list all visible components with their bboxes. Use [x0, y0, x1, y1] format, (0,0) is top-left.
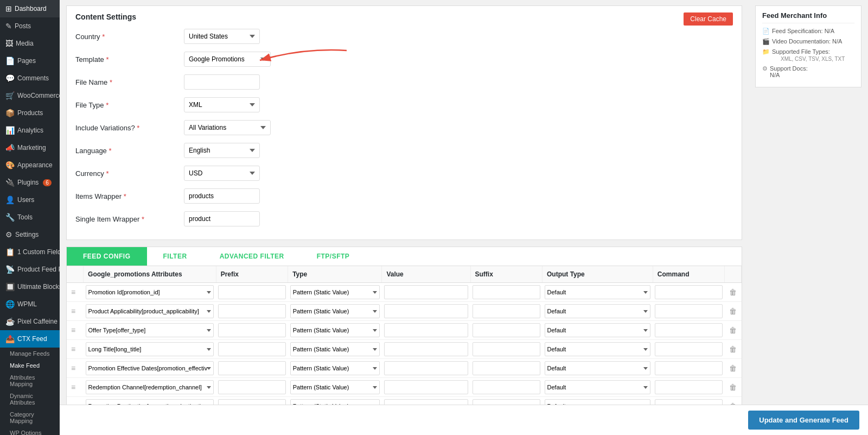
attribute-select-2[interactable]: Offer Type[offer_type]	[86, 323, 214, 337]
output-type-select-2[interactable]: Default	[545, 323, 651, 337]
submenu-manage-feeds[interactable]: Manage Feeds	[0, 348, 60, 360]
suffix-input-1[interactable]	[473, 304, 540, 318]
sidebar-item-dashboard[interactable]: ⊞ Dashboard	[0, 0, 60, 17]
tab-ftp-sftp[interactable]: FTP/SFTP	[301, 247, 366, 266]
include-variations-select[interactable]: All VariationsNoneParent Only	[184, 120, 271, 135]
prefix-input-3[interactable]	[218, 342, 286, 356]
sidebar-item-wpml[interactable]: 🌐 WPML	[0, 295, 60, 313]
drag-handle-2[interactable]: ≡	[69, 326, 78, 335]
command-input-1[interactable]	[655, 304, 723, 318]
submenu-category-mapping[interactable]: Category Mapping	[0, 408, 60, 427]
delete-row-button-1[interactable]: 🗑	[727, 306, 739, 317]
items-wrapper-input[interactable]	[184, 188, 260, 204]
attribute-select-1[interactable]: Product Applicability[product_applicabil…	[86, 304, 214, 318]
drag-handle-3[interactable]: ≡	[69, 345, 78, 354]
language-select[interactable]: EnglishFrenchGerman	[184, 143, 260, 158]
sidebar-item-comments[interactable]: 💬 Comments	[0, 70, 60, 87]
sidebar-item-ultimate-blocks[interactable]: 🔲 Ultimate Blocks	[0, 278, 60, 295]
command-input-6[interactable]	[655, 399, 723, 405]
sidebar-item-plugins[interactable]: 🔌 Plugins 6	[0, 174, 60, 191]
delete-row-button-4[interactable]: 🗑	[727, 363, 739, 374]
suffix-input-2[interactable]	[473, 323, 540, 337]
command-input-3[interactable]	[655, 342, 723, 356]
prefix-input-4[interactable]	[218, 361, 286, 375]
command-input-2[interactable]	[655, 323, 723, 337]
sidebar-item-users[interactable]: 👤 Users	[0, 191, 60, 209]
type-select-3[interactable]: Pattern (Static Value)	[290, 342, 380, 356]
prefix-input-5[interactable]	[218, 380, 286, 394]
delete-row-button-0[interactable]: 🗑	[727, 287, 739, 298]
output-type-select-1[interactable]: Default	[545, 304, 651, 318]
suffix-input-4[interactable]	[473, 361, 540, 375]
tab-filter[interactable]: FILTER	[147, 247, 203, 266]
output-type-select-5[interactable]: Default	[545, 380, 651, 394]
submenu-dynamic-attributes[interactable]: Dynamic Attributes	[0, 390, 60, 408]
delete-row-button-6[interactable]: 🗑	[727, 401, 739, 405]
suffix-input-5[interactable]	[473, 380, 540, 394]
drag-handle-5[interactable]: ≡	[69, 383, 78, 392]
currency-select[interactable]: USDEURGBP	[184, 166, 260, 181]
file-name-input[interactable]	[184, 74, 260, 90]
value-input-1[interactable]	[384, 304, 468, 318]
type-select-1[interactable]: Pattern (Static Value)	[290, 304, 380, 318]
sidebar-item-woocommerce[interactable]: 🛒 WooCommerce	[0, 87, 60, 104]
command-input-0[interactable]	[655, 285, 723, 299]
sidebar-item-media[interactable]: 🖼 Media	[0, 35, 60, 52]
sidebar-item-posts[interactable]: ✎ Posts	[0, 17, 60, 35]
attribute-select-3[interactable]: Long Title[long_title]	[86, 342, 214, 356]
command-input-4[interactable]	[655, 361, 723, 375]
sidebar-item-appearance[interactable]: 🎨 Appearance	[0, 156, 60, 174]
template-select[interactable]: Google Promotions Google Shopping Facebo…	[184, 52, 271, 67]
tab-feed-config[interactable]: FEED CONFIG	[67, 247, 147, 266]
type-select-5[interactable]: Pattern (Static Value)	[290, 380, 380, 394]
submenu-make-feed[interactable]: Make Feed	[0, 360, 60, 371]
output-type-select-3[interactable]: Default	[545, 342, 651, 356]
sidebar-item-pixel-caffeine[interactable]: ☕ Pixel Caffeine	[0, 313, 60, 330]
sidebar-item-analytics[interactable]: 📊 Analytics	[0, 122, 60, 139]
update-generate-feed-button[interactable]: Update and Generate Feed	[748, 411, 859, 430]
clear-cache-button[interactable]: Clear Cache	[684, 12, 733, 26]
output-type-select-4[interactable]: Default	[545, 361, 651, 375]
sidebar-item-marketing[interactable]: 📣 Marketing	[0, 139, 60, 156]
sidebar-item-products[interactable]: 📦 Products	[0, 104, 60, 122]
drag-handle-1[interactable]: ≡	[69, 307, 78, 316]
command-input-5[interactable]	[655, 380, 723, 394]
drag-handle-4[interactable]: ≡	[69, 364, 78, 373]
suffix-input-3[interactable]	[473, 342, 540, 356]
type-select-2[interactable]: Pattern (Static Value)	[290, 323, 380, 337]
value-input-6[interactable]	[384, 399, 468, 405]
country-select[interactable]: United States United Kingdom Canada	[184, 29, 260, 44]
type-select-4[interactable]: Pattern (Static Value)	[290, 361, 380, 375]
delete-row-button-3[interactable]: 🗑	[727, 344, 739, 355]
type-select-6[interactable]: Pattern (Static Value)	[290, 399, 380, 405]
value-input-3[interactable]	[384, 342, 468, 356]
attribute-select-6[interactable]: Promotion Destination[promotion_destinat…	[86, 399, 214, 405]
prefix-input-1[interactable]	[218, 304, 286, 318]
prefix-input-0[interactable]	[218, 285, 286, 299]
tab-advanced-filter[interactable]: ADVANCED FILTER	[203, 247, 301, 266]
submenu-attributes-mapping[interactable]: Attributes Mapping	[0, 371, 60, 390]
prefix-input-2[interactable]	[218, 323, 286, 337]
attribute-select-5[interactable]: Redemption Channel[redemption_channel]	[86, 380, 214, 394]
sidebar-item-ctx-feed[interactable]: 📤 CTX Feed	[0, 330, 60, 348]
delete-row-button-2[interactable]: 🗑	[727, 325, 739, 336]
output-type-select-0[interactable]: Default	[545, 285, 651, 299]
value-input-2[interactable]	[384, 323, 468, 337]
prefix-input-6[interactable]	[218, 399, 286, 405]
sidebar-item-pages[interactable]: 📄 Pages	[0, 52, 60, 70]
attribute-select-0[interactable]: Promotion Id[promotion_id]	[86, 285, 214, 299]
drag-handle-0[interactable]: ≡	[69, 288, 78, 297]
type-select-0[interactable]: Pattern (Static Value)	[290, 285, 380, 299]
sidebar-item-custom-fields[interactable]: 📋 1 Custom Fields	[0, 243, 60, 261]
sidebar-item-settings[interactable]: ⚙ Settings	[0, 226, 60, 243]
value-input-4[interactable]	[384, 361, 468, 375]
value-input-0[interactable]	[384, 285, 468, 299]
suffix-input-6[interactable]	[473, 399, 540, 405]
single-item-wrapper-input[interactable]	[184, 211, 260, 226]
delete-row-button-5[interactable]: 🗑	[727, 382, 739, 393]
output-type-select-6[interactable]: Default	[545, 399, 651, 405]
sidebar-item-tools[interactable]: 🔧 Tools	[0, 209, 60, 226]
file-type-select[interactable]: XMLCSVTSVXLSTXT	[184, 97, 260, 112]
suffix-input-0[interactable]	[473, 285, 540, 299]
sidebar-item-product-feed-pro[interactable]: 📡 Product Feed Pro	[0, 261, 60, 278]
